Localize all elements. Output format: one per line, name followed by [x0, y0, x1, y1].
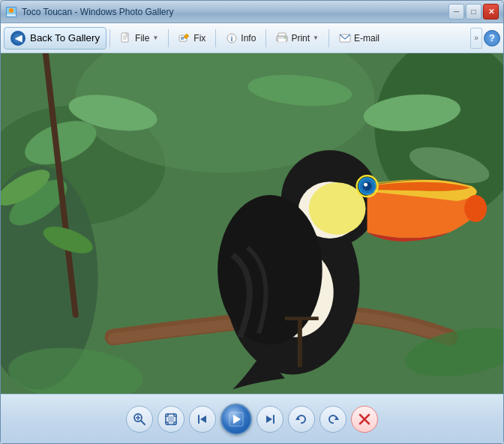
fix-button[interactable]: Fix	[172, 26, 212, 50]
zoom-icon	[133, 412, 146, 426]
svg-rect-5	[126, 33, 128, 35]
photo-image	[1, 53, 503, 394]
rotate-right-icon	[326, 412, 340, 426]
svg-rect-2	[7, 14, 16, 16]
print-icon	[276, 32, 288, 44]
email-button[interactable]: E-mail	[332, 26, 386, 50]
svg-rect-54	[168, 416, 174, 422]
zoom-button[interactable]	[126, 406, 153, 433]
toolbar-separator-2	[168, 29, 169, 47]
help-button[interactable]: ?	[484, 30, 500, 46]
info-button[interactable]: i Info	[219, 26, 262, 50]
print-label: Print	[291, 33, 310, 44]
main-window: Toco Toucan - Windows Photo Gallery ─ □ …	[0, 0, 504, 444]
fix-icon	[178, 32, 190, 44]
toolbar-overflow-button[interactable]: »	[470, 28, 482, 49]
app-icon	[5, 6, 17, 18]
rotate-left-icon	[295, 412, 308, 426]
svg-point-42	[364, 183, 368, 187]
fit-window-icon	[164, 412, 178, 426]
svg-line-50	[141, 421, 145, 424]
fit-window-button[interactable]	[158, 406, 184, 433]
window-title: Toco Toucan - Windows Photo Gallery	[22, 7, 444, 17]
slideshow-play-button[interactable]	[220, 404, 252, 435]
svg-marker-66	[233, 415, 241, 424]
info-label: Info	[241, 33, 256, 44]
rotate-left-button[interactable]	[288, 406, 315, 433]
svg-point-3	[9, 8, 14, 13]
bottom-controls-bar	[1, 394, 503, 443]
file-label: File	[135, 33, 149, 44]
file-button[interactable]: File ▼	[113, 26, 165, 50]
title-bar: Toco Toucan - Windows Photo Gallery ─ □ …	[1, 1, 503, 23]
toolbar-separator-1	[110, 29, 110, 47]
rotate-right-button[interactable]	[320, 406, 346, 433]
print-dropdown-icon: ▼	[313, 34, 319, 41]
file-dropdown-icon: ▼	[152, 34, 158, 41]
back-arrow-icon: ◀	[10, 31, 26, 46]
svg-marker-68	[266, 416, 272, 423]
previous-button[interactable]	[189, 406, 216, 433]
toolbar-separator-5	[328, 29, 329, 47]
photo-area	[1, 53, 503, 394]
svg-text:i: i	[231, 35, 233, 43]
fix-label: Fix	[194, 33, 206, 44]
print-button[interactable]: Print ▼	[269, 26, 326, 50]
toolbar-separator-3	[215, 29, 216, 47]
delete-button[interactable]	[351, 406, 378, 433]
minimize-button[interactable]: ─	[448, 4, 464, 20]
play-icon	[229, 412, 244, 427]
svg-marker-64	[200, 416, 206, 423]
email-icon	[339, 32, 351, 44]
back-to-gallery-button[interactable]: ◀ Back To Gallery	[4, 27, 106, 50]
svg-point-41	[363, 182, 372, 190]
file-icon	[120, 32, 132, 44]
info-icon: i	[226, 32, 238, 44]
delete-icon	[358, 412, 371, 426]
email-label: E-mail	[354, 33, 380, 44]
previous-icon	[196, 412, 209, 426]
back-to-gallery-label: Back To Gallery	[30, 32, 100, 44]
next-button[interactable]	[256, 406, 284, 433]
svg-point-38	[464, 195, 487, 222]
next-icon	[263, 412, 277, 426]
maximize-button[interactable]: □	[466, 4, 482, 20]
svg-point-17	[284, 37, 286, 38]
svg-rect-16	[278, 38, 286, 42]
toolbar: ◀ Back To Gallery File ▼	[1, 23, 503, 53]
toolbar-separator-4	[266, 29, 266, 47]
close-button[interactable]: ✕	[483, 4, 499, 20]
window-controls: ─ □ ✕	[448, 4, 499, 20]
svg-point-44	[218, 195, 322, 344]
